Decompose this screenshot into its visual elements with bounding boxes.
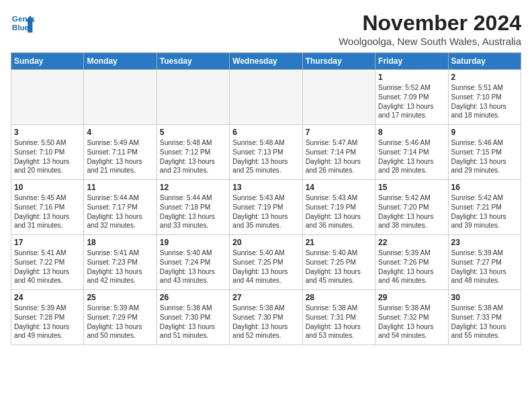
day-number: 1 xyxy=(378,73,445,82)
day-number: 22 xyxy=(378,238,445,247)
page-header: General Blue November 2024 Woolgoolga, N… xyxy=(11,11,521,47)
day-info: Sunrise: 5:50 AMSunset: 7:10 PMDaylight:… xyxy=(14,138,81,175)
day-info: Sunrise: 5:48 AMSunset: 7:12 PMDaylight:… xyxy=(160,138,226,175)
location-subtitle: Woolgoolga, New South Wales, Australia xyxy=(339,36,521,47)
calendar-cell: 5Sunrise: 5:48 AMSunset: 7:12 PMDaylight… xyxy=(157,125,229,180)
day-number: 25 xyxy=(87,293,153,302)
weekday-header-row: SundayMondayTuesdayWednesdayThursdayFrid… xyxy=(11,53,521,70)
weekday-header: Saturday xyxy=(448,53,521,70)
day-info: Sunrise: 5:39 AMSunset: 7:26 PMDaylight:… xyxy=(378,248,445,285)
calendar-cell: 10Sunrise: 5:45 AMSunset: 7:16 PMDayligh… xyxy=(11,180,84,235)
day-info: Sunrise: 5:51 AMSunset: 7:10 PMDaylight:… xyxy=(451,83,518,120)
day-number: 5 xyxy=(160,128,226,137)
weekday-header: Thursday xyxy=(302,53,375,70)
day-info: Sunrise: 5:47 AMSunset: 7:14 PMDaylight:… xyxy=(306,138,372,175)
month-title: November 2024 xyxy=(339,11,521,36)
weekday-header: Tuesday xyxy=(157,53,229,70)
day-info: Sunrise: 5:38 AMSunset: 7:33 PMDaylight:… xyxy=(451,304,518,340)
day-number: 26 xyxy=(160,293,226,302)
calendar-cell: 22Sunrise: 5:39 AMSunset: 7:26 PMDayligh… xyxy=(375,235,448,290)
day-info: Sunrise: 5:42 AMSunset: 7:20 PMDaylight:… xyxy=(378,193,445,230)
day-number: 29 xyxy=(378,293,445,302)
weekday-header: Friday xyxy=(375,53,448,70)
calendar-cell: 24Sunrise: 5:39 AMSunset: 7:28 PMDayligh… xyxy=(11,290,84,345)
calendar-cell: 19Sunrise: 5:40 AMSunset: 7:24 PMDayligh… xyxy=(157,235,229,290)
calendar-cell: 29Sunrise: 5:38 AMSunset: 7:32 PMDayligh… xyxy=(375,290,448,345)
day-number: 10 xyxy=(14,183,81,192)
day-info: Sunrise: 5:41 AMSunset: 7:23 PMDaylight:… xyxy=(87,248,153,285)
day-number: 15 xyxy=(378,183,445,192)
day-info: Sunrise: 5:40 AMSunset: 7:24 PMDaylight:… xyxy=(160,248,226,285)
day-number: 19 xyxy=(160,238,226,247)
logo: General Blue xyxy=(11,11,35,35)
day-info: Sunrise: 5:40 AMSunset: 7:25 PMDaylight:… xyxy=(232,248,299,285)
day-info: Sunrise: 5:39 AMSunset: 7:27 PMDaylight:… xyxy=(451,248,518,285)
day-info: Sunrise: 5:39 AMSunset: 7:28 PMDaylight:… xyxy=(14,304,81,340)
day-number: 4 xyxy=(87,128,153,137)
calendar-cell: 18Sunrise: 5:41 AMSunset: 7:23 PMDayligh… xyxy=(84,235,157,290)
calendar-cell: 4Sunrise: 5:49 AMSunset: 7:11 PMDaylight… xyxy=(84,125,157,180)
logo-icon: General Blue xyxy=(11,11,35,35)
day-number: 24 xyxy=(14,293,81,302)
day-number: 9 xyxy=(451,128,518,137)
day-number: 12 xyxy=(160,183,226,192)
calendar-cell: 26Sunrise: 5:38 AMSunset: 7:30 PMDayligh… xyxy=(157,290,229,345)
calendar-cell xyxy=(157,70,229,125)
day-info: Sunrise: 5:38 AMSunset: 7:30 PMDaylight:… xyxy=(232,304,299,340)
calendar-cell: 23Sunrise: 5:39 AMSunset: 7:27 PMDayligh… xyxy=(448,235,521,290)
calendar-week-row: 10Sunrise: 5:45 AMSunset: 7:16 PMDayligh… xyxy=(11,180,521,235)
calendar-cell: 6Sunrise: 5:48 AMSunset: 7:13 PMDaylight… xyxy=(230,125,302,180)
calendar-cell: 1Sunrise: 5:52 AMSunset: 7:09 PMDaylight… xyxy=(375,70,448,125)
calendar-table: SundayMondayTuesdayWednesdayThursdayFrid… xyxy=(11,52,521,345)
day-number: 28 xyxy=(306,293,372,302)
calendar-week-row: 1Sunrise: 5:52 AMSunset: 7:09 PMDaylight… xyxy=(11,70,521,125)
weekday-header: Monday xyxy=(84,53,157,70)
svg-text:Blue: Blue xyxy=(12,23,30,32)
calendar-cell: 20Sunrise: 5:40 AMSunset: 7:25 PMDayligh… xyxy=(230,235,302,290)
day-info: Sunrise: 5:49 AMSunset: 7:11 PMDaylight:… xyxy=(87,138,153,175)
day-number: 21 xyxy=(306,238,372,247)
title-block: November 2024 Woolgoolga, New South Wale… xyxy=(339,11,521,47)
day-number: 2 xyxy=(451,73,518,82)
calendar-cell: 30Sunrise: 5:38 AMSunset: 7:33 PMDayligh… xyxy=(448,290,521,345)
calendar-cell xyxy=(302,70,375,125)
day-number: 3 xyxy=(14,128,81,137)
day-info: Sunrise: 5:42 AMSunset: 7:21 PMDaylight:… xyxy=(451,193,518,230)
calendar-cell: 28Sunrise: 5:38 AMSunset: 7:31 PMDayligh… xyxy=(302,290,375,345)
day-number: 6 xyxy=(232,128,299,137)
day-number: 17 xyxy=(14,238,81,247)
day-info: Sunrise: 5:43 AMSunset: 7:19 PMDaylight:… xyxy=(232,193,299,230)
day-number: 30 xyxy=(451,293,518,302)
day-info: Sunrise: 5:38 AMSunset: 7:30 PMDaylight:… xyxy=(160,304,226,340)
day-number: 16 xyxy=(451,183,518,192)
day-number: 7 xyxy=(306,128,372,137)
day-number: 8 xyxy=(378,128,445,137)
calendar-cell xyxy=(84,70,157,125)
calendar-cell xyxy=(230,70,302,125)
day-info: Sunrise: 5:44 AMSunset: 7:17 PMDaylight:… xyxy=(87,193,153,230)
day-info: Sunrise: 5:52 AMSunset: 7:09 PMDaylight:… xyxy=(378,83,445,120)
calendar-cell: 2Sunrise: 5:51 AMSunset: 7:10 PMDaylight… xyxy=(448,70,521,125)
day-info: Sunrise: 5:48 AMSunset: 7:13 PMDaylight:… xyxy=(232,138,299,175)
day-number: 20 xyxy=(232,238,299,247)
calendar-cell: 16Sunrise: 5:42 AMSunset: 7:21 PMDayligh… xyxy=(448,180,521,235)
day-info: Sunrise: 5:40 AMSunset: 7:25 PMDaylight:… xyxy=(306,248,372,285)
day-info: Sunrise: 5:46 AMSunset: 7:15 PMDaylight:… xyxy=(451,138,518,175)
calendar-cell: 11Sunrise: 5:44 AMSunset: 7:17 PMDayligh… xyxy=(84,180,157,235)
day-info: Sunrise: 5:38 AMSunset: 7:32 PMDaylight:… xyxy=(378,304,445,340)
day-info: Sunrise: 5:46 AMSunset: 7:14 PMDaylight:… xyxy=(378,138,445,175)
day-number: 23 xyxy=(451,238,518,247)
day-info: Sunrise: 5:38 AMSunset: 7:31 PMDaylight:… xyxy=(306,304,372,340)
day-info: Sunrise: 5:39 AMSunset: 7:29 PMDaylight:… xyxy=(87,304,153,340)
calendar-cell: 7Sunrise: 5:47 AMSunset: 7:14 PMDaylight… xyxy=(302,125,375,180)
day-number: 13 xyxy=(232,183,299,192)
calendar-cell: 27Sunrise: 5:38 AMSunset: 7:30 PMDayligh… xyxy=(230,290,302,345)
calendar-cell: 15Sunrise: 5:42 AMSunset: 7:20 PMDayligh… xyxy=(375,180,448,235)
day-info: Sunrise: 5:41 AMSunset: 7:22 PMDaylight:… xyxy=(14,248,81,285)
day-number: 18 xyxy=(87,238,153,247)
calendar-cell: 12Sunrise: 5:44 AMSunset: 7:18 PMDayligh… xyxy=(157,180,229,235)
calendar-cell: 3Sunrise: 5:50 AMSunset: 7:10 PMDaylight… xyxy=(11,125,84,180)
day-info: Sunrise: 5:44 AMSunset: 7:18 PMDaylight:… xyxy=(160,193,226,230)
day-number: 14 xyxy=(306,183,372,192)
calendar-cell: 9Sunrise: 5:46 AMSunset: 7:15 PMDaylight… xyxy=(448,125,521,180)
